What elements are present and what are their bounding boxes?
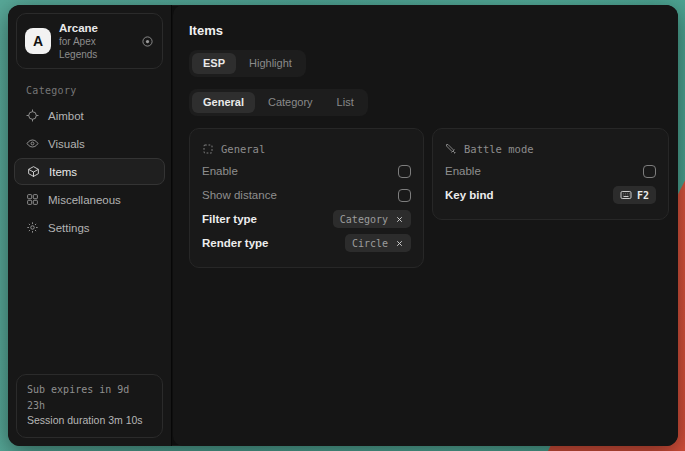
view-tabs: General Category List (189, 89, 368, 116)
sidebar-item-settings[interactable]: Settings (8, 214, 171, 241)
session-duration-text: Session duration 3m 10s (27, 413, 152, 429)
tab-esp[interactable]: ESP (192, 53, 236, 74)
enable-checkbox[interactable] (398, 165, 411, 178)
tab-general[interactable]: General (192, 92, 255, 113)
setting-label: Key bind (445, 189, 494, 201)
app-logo: A (25, 28, 51, 54)
gear-icon (26, 221, 39, 234)
brand-text: Arcane for Apex Legends (59, 21, 133, 61)
filter-type-value: Category (340, 214, 388, 225)
subscription-status-card: Sub expires in 9d 23h Session duration 3… (16, 374, 163, 438)
general-panel-header: General (202, 139, 411, 159)
category-label: Category (26, 85, 171, 96)
mode-tabs: ESP Highlight (189, 50, 306, 77)
sidebar-item-aimbot[interactable]: Aimbot (8, 102, 171, 129)
battle-enable-checkbox[interactable] (643, 165, 656, 178)
sidebar-item-visuals[interactable]: Visuals (8, 130, 171, 157)
sidebar-item-items[interactable]: Items (14, 158, 165, 185)
eye-icon (26, 137, 39, 150)
render-type-tag[interactable]: Circle (345, 234, 411, 252)
tab-highlight[interactable]: Highlight (238, 53, 303, 74)
sidebar-item-label: Aimbot (48, 110, 84, 122)
setting-row-battle-enable: Enable (445, 159, 656, 183)
main-content: Items ESP Highlight General Category Lis… (173, 5, 678, 446)
sidebar-item-label: Visuals (48, 138, 85, 150)
setting-label: Enable (445, 165, 481, 177)
remove-tag-icon[interactable] (395, 215, 404, 224)
sidebar-spacer (8, 241, 171, 366)
render-type-value: Circle (352, 238, 388, 249)
sidebar: A Arcane for Apex Legends Category A (8, 5, 172, 446)
remove-tag-icon[interactable] (395, 239, 404, 248)
general-panel-title: General (221, 143, 265, 155)
setting-label: Filter type (202, 213, 257, 225)
general-panel: General Enable Show distance Filter type… (189, 128, 424, 268)
battle-mode-panel-title: Battle mode (464, 143, 534, 155)
key-bind-button[interactable]: F2 (613, 186, 656, 204)
setting-row-filter-type: Filter type Category (202, 207, 411, 231)
setting-label: Enable (202, 165, 238, 177)
tab-category[interactable]: Category (257, 92, 324, 113)
battle-mode-panel: Battle mode Enable Key bind F2 (432, 128, 669, 220)
panels-row: General Enable Show distance Filter type… (189, 128, 669, 268)
sidebar-nav: Aimbot Visuals Items (8, 102, 171, 241)
app-logo-letter: A (33, 33, 43, 49)
setting-row-show-distance: Show distance (202, 183, 411, 207)
sidebar-item-miscellaneous[interactable]: Miscellaneous (8, 186, 171, 213)
battle-mode-panel-header: Battle mode (445, 139, 656, 159)
setting-row-render-type: Render type Circle (202, 231, 411, 255)
target-icon[interactable] (141, 35, 154, 48)
crosshair-icon (26, 109, 39, 122)
grid-icon (26, 193, 39, 206)
key-bind-value: F2 (637, 190, 649, 201)
box-select-icon (202, 143, 214, 155)
brand-card: A Arcane for Apex Legends (16, 13, 163, 69)
swords-icon (445, 143, 457, 155)
sidebar-item-label: Items (49, 166, 77, 178)
setting-label: Render type (202, 237, 268, 249)
page-title: Items (189, 23, 669, 38)
filter-type-tag[interactable]: Category (333, 210, 411, 228)
tab-list[interactable]: List (326, 92, 365, 113)
keyboard-icon (620, 189, 632, 201)
show-distance-checkbox[interactable] (398, 189, 411, 202)
sidebar-item-label: Settings (48, 222, 90, 234)
package-icon (27, 165, 40, 178)
sub-expiry-text: Sub expires in 9d 23h (27, 382, 152, 413)
app-name: Arcane (59, 21, 133, 35)
setting-label: Show distance (202, 189, 277, 201)
app-subtitle: for Apex Legends (59, 35, 133, 61)
sidebar-item-label: Miscellaneous (48, 194, 121, 206)
setting-row-key-bind: Key bind F2 (445, 183, 656, 207)
arcane-window: A Arcane for Apex Legends Category A (8, 5, 678, 446)
setting-row-enable: Enable (202, 159, 411, 183)
